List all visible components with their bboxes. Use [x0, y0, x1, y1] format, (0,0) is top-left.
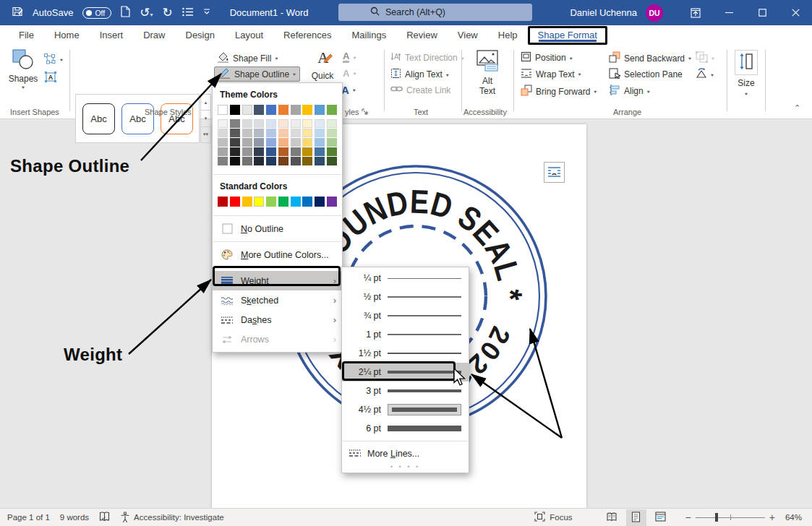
shape-fill-button[interactable]: Shape Fill▾ — [217, 51, 278, 65]
color-variant-swatch[interactable] — [218, 138, 228, 147]
color-variant-swatch[interactable] — [291, 119, 301, 128]
color-variant-swatch[interactable] — [302, 147, 312, 156]
color-variant-swatch[interactable] — [230, 129, 240, 137]
theme-color-swatch-8[interactable] — [302, 105, 312, 115]
page-number-status[interactable]: Page 1 of 1 — [7, 513, 50, 522]
color-variant-swatch[interactable] — [266, 157, 276, 165]
color-variant-swatch[interactable] — [242, 119, 252, 128]
collapse-ribbon-icon[interactable]: ⌃ — [794, 103, 800, 113]
color-variant-swatch[interactable] — [266, 119, 276, 128]
word-count-status[interactable]: 9 words — [60, 513, 89, 522]
layout-options-button[interactable] — [544, 162, 565, 183]
color-variant-swatch[interactable] — [327, 147, 337, 156]
proofing-icon[interactable] — [99, 512, 110, 523]
standard-color-swatch-1[interactable] — [218, 197, 228, 207]
color-variant-swatch[interactable] — [230, 138, 240, 147]
color-variant-swatch[interactable] — [302, 129, 312, 137]
tab-draw[interactable]: Draw — [133, 26, 175, 45]
theme-color-swatch-6[interactable] — [278, 105, 289, 115]
color-variant-swatch[interactable] — [242, 157, 252, 165]
search-box[interactable]: Search (Alt+Q) — [338, 4, 532, 21]
accessibility-status[interactable]: Accessibility: Investigate — [120, 512, 224, 524]
tab-home[interactable]: Home — [44, 26, 90, 45]
theme-color-swatch-3[interactable] — [242, 105, 252, 115]
align-button[interactable]: Align▾ — [609, 85, 650, 98]
color-variant-swatch[interactable] — [278, 157, 289, 165]
minimize-icon[interactable] — [712, 0, 745, 25]
weight-option-½-pt[interactable]: ½ pt — [342, 288, 469, 306]
color-variant-swatch[interactable] — [218, 157, 228, 165]
standard-color-swatch-7[interactable] — [291, 197, 301, 207]
theme-color-swatch-9[interactable] — [315, 105, 325, 115]
wrap-text-button[interactable]: Wrap Text▾ — [521, 68, 581, 80]
alt-text-button[interactable]: Alt Text — [471, 50, 503, 96]
color-variant-swatch[interactable] — [291, 138, 301, 147]
align-text-button[interactable]: Align Text▾ — [390, 68, 449, 81]
gallery-more-icon[interactable]: ▾▾ — [200, 127, 211, 143]
tab-insert[interactable]: Insert — [90, 26, 134, 45]
web-layout-button[interactable] — [651, 509, 671, 526]
color-variant-swatch[interactable] — [278, 129, 289, 137]
weight-option-¼-pt[interactable]: ¼ pt — [342, 269, 469, 288]
color-variant-swatch[interactable] — [218, 119, 228, 128]
menu-item-no-outline[interactable]: No Outline — [213, 219, 342, 238]
menu-resize-grip[interactable]: • • • • — [342, 463, 469, 473]
bring-forward-button[interactable]: Bring Forward▾ — [521, 85, 597, 98]
create-link-button[interactable]: Create Link — [390, 85, 450, 95]
text-effects-button[interactable]: A▾ — [341, 84, 356, 96]
undo-icon[interactable]: ↺▾ — [140, 5, 153, 20]
theme-color-swatch-5[interactable] — [266, 105, 276, 115]
color-variant-swatch[interactable] — [302, 119, 312, 128]
color-variant-swatch[interactable] — [278, 138, 289, 147]
shape-style-preset-1[interactable]: Abc — [82, 103, 115, 134]
theme-color-swatch-10[interactable] — [327, 105, 337, 115]
color-variant-swatch[interactable] — [327, 157, 337, 165]
zoom-in-icon[interactable]: + — [769, 512, 775, 523]
tab-view[interactable]: View — [448, 26, 488, 45]
read-mode-button[interactable] — [602, 509, 622, 526]
weight-option-4½-pt[interactable]: 4½ pt — [342, 400, 469, 419]
tab-design[interactable]: Design — [176, 26, 225, 45]
theme-color-swatch-1[interactable] — [218, 105, 228, 115]
menu-item-dashes[interactable]: Dashes› — [213, 310, 342, 329]
standard-color-swatch-9[interactable] — [315, 197, 325, 207]
color-variant-swatch[interactable] — [266, 147, 276, 156]
qat-overflow-icon[interactable] — [203, 7, 210, 18]
shape-outline-button[interactable]: Shape Outline▾ — [214, 66, 300, 82]
shapes-button[interactable]: Shapes ▾ — [7, 49, 39, 90]
avatar[interactable]: DU — [646, 4, 663, 22]
user-name[interactable]: Daniel Uchenna — [570, 7, 637, 18]
bullet-list-icon[interactable] — [182, 7, 194, 19]
standard-color-swatch-2[interactable] — [230, 197, 240, 207]
color-variant-swatch[interactable] — [278, 147, 289, 156]
new-document-icon[interactable] — [121, 6, 130, 20]
color-variant-swatch[interactable] — [315, 119, 325, 128]
color-variant-swatch[interactable] — [327, 129, 337, 137]
menu-item-sketched[interactable]: Sketched› — [213, 290, 342, 310]
tab-review[interactable]: Review — [396, 26, 448, 45]
color-variant-swatch[interactable] — [266, 138, 276, 147]
zoom-level[interactable]: 64% — [785, 513, 802, 522]
text-box-button[interactable]: A — [45, 72, 56, 85]
tab-mailings[interactable]: Mailings — [342, 26, 397, 45]
color-variant-swatch[interactable] — [242, 147, 252, 156]
rotate-button[interactable]: ▾ — [696, 68, 714, 81]
weight-option-¾-pt[interactable]: ¾ pt — [342, 306, 469, 325]
dialog-launcher-icon[interactable] — [362, 108, 368, 116]
color-variant-swatch[interactable] — [327, 138, 337, 147]
color-variant-swatch[interactable] — [230, 119, 240, 128]
group-objects-button[interactable]: ▾ — [696, 51, 714, 65]
color-variant-swatch[interactable] — [278, 119, 289, 128]
menu-item-more-outline-colors[interactable]: More Outline Colors... — [213, 245, 342, 264]
quick-styles-button[interactable]: A Quick — [309, 48, 336, 81]
redo-icon[interactable]: ↻ — [162, 5, 172, 20]
text-direction-button[interactable]: AText Direction▾ — [390, 51, 464, 64]
selection-pane-button[interactable]: Selection Pane — [609, 68, 683, 81]
zoom-slider[interactable] — [696, 513, 765, 522]
gallery-down-icon[interactable]: ▾ — [200, 111, 211, 126]
tab-file[interactable]: File — [9, 26, 44, 45]
maximize-icon[interactable] — [745, 0, 779, 25]
color-variant-swatch[interactable] — [315, 157, 325, 165]
position-button[interactable]: Position▾ — [521, 51, 573, 64]
standard-color-swatch-3[interactable] — [242, 197, 252, 207]
